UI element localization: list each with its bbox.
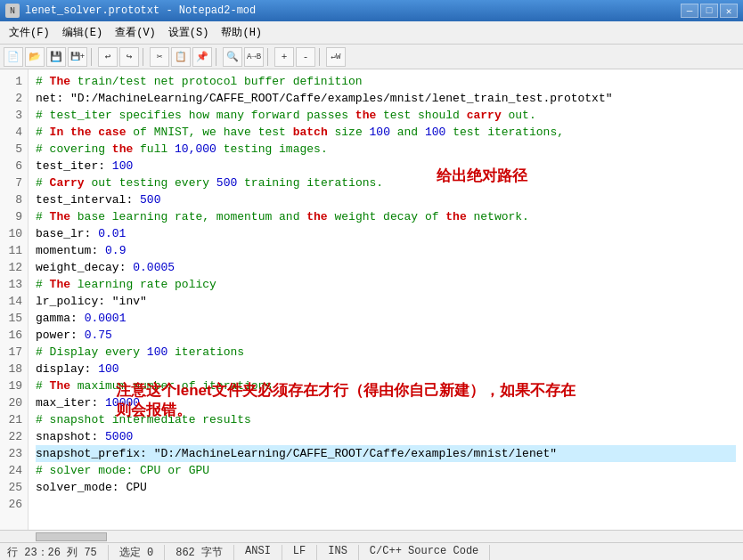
code-line: weight_decay: 0.0005 [36,259,736,276]
code-line: # Display every 100 iterations [36,344,736,361]
menu-settings[interactable]: 设置(S) [163,23,215,42]
code-line: # covering the full 10,000 testing image… [36,141,736,158]
line-number: 15 [5,310,22,327]
code-line: test_interval: 500 [36,191,736,208]
line-number: 11 [5,242,22,259]
line-number: 7 [5,174,22,191]
undo-button[interactable]: ↩ [98,47,118,67]
code-line: # The base learning rate, momentum and t… [36,208,736,225]
line-number: 4 [5,124,22,141]
code-line: max_iter: 10000 [36,394,736,411]
code-line: test_iter: 100 [36,158,736,174]
wrap-button[interactable]: ↵W [326,47,346,67]
code-line: # The learning rate policy [36,276,736,293]
minimize-button[interactable]: — [681,4,698,18]
syntax-mode: C/C++ Source Code [359,545,490,560]
line-number: 25 [5,479,22,496]
line-number: 14 [5,293,22,310]
code-line: momentum: 0.9 [36,242,736,259]
line-number: 2 [5,90,22,107]
line-number: 12 [5,259,22,276]
window-title: lenet_solver.prototxt - Notepad2-mod [25,4,256,17]
line-ending: LF [282,545,317,560]
line-number: 9 [5,208,22,225]
line-number: 18 [5,361,22,377]
replace-button[interactable]: A→B [244,47,264,67]
menu-view[interactable]: 查看(V) [110,23,161,42]
code-line: solver_mode: CPU [36,479,736,496]
close-button[interactable]: ✕ [720,4,738,18]
selection-count: 选定 0 [109,545,165,560]
line-number: 1 [5,73,22,90]
line-number: 8 [5,191,22,208]
code-line: power: 0.75 [36,327,736,344]
cut-button[interactable]: ✂ [150,47,169,67]
cursor-position: 行 23：26 列 75 [7,545,109,560]
code-area[interactable]: # The train/test net protocol buffer def… [29,69,743,530]
line-number: 23 [5,445,22,462]
title-bar: N lenet_solver.prototxt - Notepad2-mod —… [0,0,743,21]
toolbar: 📄 📂 💾 💾+ ↩ ↪ ✂ 📋 📌 🔍 A→B + - ↵W [0,45,743,69]
code-line: base_lr: 0.01 [36,225,736,242]
code-line: snapshot_prefix: "D:/MachineLearning/CAF… [36,445,736,462]
status-bar: 行 23：26 列 75 选定 0 862 字节 ANSI LF INS C/C… [0,542,743,560]
line-number: 22 [5,428,22,445]
horizontal-scrollbar[interactable] [0,530,743,542]
code-line: gamma: 0.0001 [36,310,736,327]
redo-button[interactable]: ↪ [119,47,139,67]
menu-edit[interactable]: 编辑(E) [57,23,109,42]
line-number: 5 [5,141,22,158]
line-number: 17 [5,344,22,361]
code-line: # The maximum number of iterations [36,377,736,394]
paste-button[interactable]: 📌 [192,47,212,67]
app-icon: N [5,4,20,18]
line-number: 26 [5,496,22,513]
code-line: snapshot: 5000 [36,428,736,445]
code-line: # test_iter specifies how many forward p… [36,107,736,124]
maximize-button[interactable]: □ [700,4,718,18]
line-number: 6 [5,158,22,174]
save-all-button[interactable]: 💾+ [68,47,87,67]
editor-container: 1234567891011121314151617181920212223242… [0,69,743,542]
line-number: 20 [5,394,22,411]
code-line: # The train/test net protocol buffer def… [36,73,736,90]
open-button[interactable]: 📂 [25,47,45,67]
code-line: # Carry out testing every 500 training i… [36,174,736,191]
line-number: 21 [5,411,22,428]
save-button[interactable]: 💾 [46,47,66,67]
code-line: # solver mode: CPU or GPU [36,462,736,479]
code-line: lr_policy: "inv" [36,293,736,310]
line-number: 24 [5,462,22,479]
insert-mode: INS [317,545,359,560]
line-number: 13 [5,276,22,293]
menu-bar: 文件(F) 编辑(E) 查看(V) 设置(S) 帮助(H) [0,21,743,45]
code-line: # In the case of MNIST, we have test bat… [36,124,736,141]
code-line: net: "D:/MachineLearning/CAFFE_ROOT/Caff… [36,90,736,107]
encoding: ANSI [234,545,282,560]
copy-button[interactable]: 📋 [171,47,191,67]
line-number: 3 [5,107,22,124]
line-number: 10 [5,225,22,242]
line-numbers: 1234567891011121314151617181920212223242… [0,69,29,530]
code-line: # snapshot intermediate results [36,411,736,428]
menu-help[interactable]: 帮助(H) [216,23,267,42]
new-button[interactable]: 📄 [4,47,23,67]
line-number: 16 [5,327,22,344]
zoom-in-button[interactable]: + [274,47,294,67]
zoom-out-button[interactable]: - [296,47,315,67]
menu-file[interactable]: 文件(F) [4,23,55,42]
file-size: 862 字节 [165,545,234,560]
editor-body: 1234567891011121314151617181920212223242… [0,69,743,530]
find-button[interactable]: 🔍 [223,47,242,67]
line-number: 19 [5,377,22,394]
code-line: display: 100 [36,361,736,377]
